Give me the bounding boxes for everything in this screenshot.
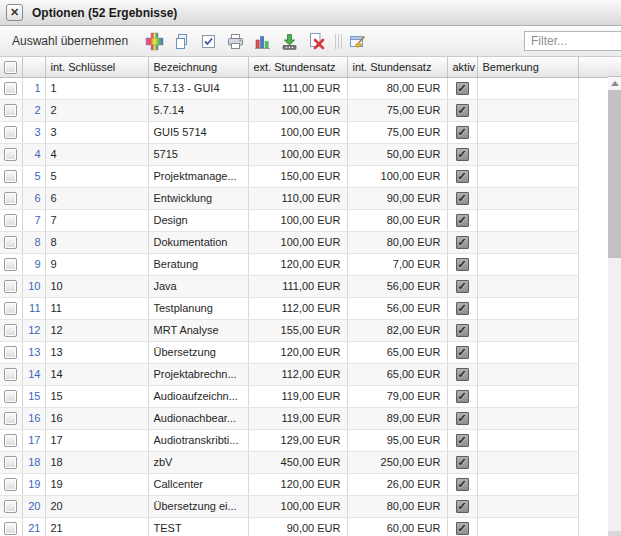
row-select-checkbox[interactable] xyxy=(4,214,17,227)
row-select-checkbox[interactable] xyxy=(4,368,17,381)
aktiv-checkbox[interactable]: ✓ xyxy=(456,148,469,161)
bar-chart-icon[interactable] xyxy=(252,31,272,51)
row-select-checkbox[interactable] xyxy=(4,456,17,469)
table-row[interactable]: 17 17 Audiotranskribti... 129,00 EUR 95,… xyxy=(0,429,608,451)
aktiv-checkbox[interactable]: ✓ xyxy=(456,346,469,359)
aktiv-checkbox[interactable]: ✓ xyxy=(456,478,469,491)
row-select-checkbox[interactable] xyxy=(4,192,17,205)
table-row[interactable]: 9 9 Beratung 120,00 EUR 7,00 EUR ✓ xyxy=(0,253,608,275)
row-select-checkbox[interactable] xyxy=(4,302,17,315)
column-header-int-stundensatz[interactable]: int. Stundensatz xyxy=(347,57,447,77)
row-number[interactable]: 3 xyxy=(22,121,45,143)
aktiv-checkbox[interactable]: ✓ xyxy=(456,126,469,139)
aktiv-checkbox[interactable]: ✓ xyxy=(456,456,469,469)
column-header-bemerkung[interactable]: Bemerkung xyxy=(477,57,578,77)
aktiv-checkbox[interactable]: ✓ xyxy=(456,368,469,381)
row-number[interactable]: 2 xyxy=(22,99,45,121)
aktiv-checkbox[interactable]: ✓ xyxy=(456,500,469,513)
row-select-checkbox[interactable] xyxy=(4,434,17,447)
table-row[interactable]: 3 3 GUI5 5714 100,00 EUR 75,00 EUR ✓ xyxy=(0,121,608,143)
close-button[interactable]: ✕ xyxy=(6,4,23,21)
add-columns-icon[interactable] xyxy=(144,31,164,51)
row-select-checkbox[interactable] xyxy=(4,412,17,425)
row-number[interactable]: 1 xyxy=(22,77,45,99)
scroll-up-button[interactable] xyxy=(608,77,621,90)
table-row[interactable]: 10 10 Java 111,00 EUR 56,00 EUR ✓ xyxy=(0,275,608,297)
aktiv-checkbox[interactable]: ✓ xyxy=(456,236,469,249)
table-row[interactable]: 8 8 Dokumentation 100,00 EUR 80,00 EUR ✓ xyxy=(0,231,608,253)
apply-selection-button[interactable]: Auswahl übernehmen xyxy=(12,34,128,48)
table-row[interactable]: 12 12 MRT Analyse 155,00 EUR 82,00 EUR ✓ xyxy=(0,319,608,341)
row-number[interactable]: 19 xyxy=(22,473,45,495)
aktiv-checkbox[interactable]: ✓ xyxy=(456,82,469,95)
row-select-checkbox[interactable] xyxy=(4,346,17,359)
aktiv-checkbox[interactable]: ✓ xyxy=(456,104,469,117)
row-number[interactable]: 15 xyxy=(22,385,45,407)
select-all-checkbox[interactable] xyxy=(4,61,17,74)
vertical-scrollbar[interactable] xyxy=(608,77,621,536)
row-select-checkbox[interactable] xyxy=(4,390,17,403)
row-number[interactable]: 10 xyxy=(22,275,45,297)
column-header-aktiv[interactable]: aktiv xyxy=(447,57,477,77)
table-row[interactable]: 1 1 5.7.13 - GUI4 111,00 EUR 80,00 EUR ✓ xyxy=(0,77,608,99)
row-select-checkbox[interactable] xyxy=(4,236,17,249)
row-select-checkbox[interactable] xyxy=(4,478,17,491)
column-header-select-all[interactable] xyxy=(0,57,22,77)
table-row[interactable]: 11 11 Testplanung 112,00 EUR 56,00 EUR ✓ xyxy=(0,297,608,319)
filter-input[interactable] xyxy=(524,31,621,51)
table-row[interactable]: 16 16 Audionachbear... 119,00 EUR 89,00 … xyxy=(0,407,608,429)
row-number[interactable]: 5 xyxy=(22,165,45,187)
row-select-checkbox[interactable] xyxy=(4,148,17,161)
select-checkbox-icon[interactable] xyxy=(198,31,218,51)
column-header-int-schluessel[interactable]: int. Schlüssel xyxy=(45,57,148,77)
row-select-checkbox[interactable] xyxy=(4,82,17,95)
row-select-checkbox[interactable] xyxy=(4,500,17,513)
row-select-checkbox[interactable] xyxy=(4,522,17,535)
row-number[interactable]: 17 xyxy=(22,429,45,451)
copy-icon[interactable] xyxy=(171,31,191,51)
row-number[interactable]: 20 xyxy=(22,495,45,517)
row-number[interactable]: 4 xyxy=(22,143,45,165)
row-number[interactable]: 6 xyxy=(22,187,45,209)
table-row[interactable]: 14 14 Projektabrechn... 112,00 EUR 65,00… xyxy=(0,363,608,385)
table-row[interactable]: 20 20 Übersetzung ei... 100,00 EUR 80,00… xyxy=(0,495,608,517)
row-number[interactable]: 16 xyxy=(22,407,45,429)
row-select-checkbox[interactable] xyxy=(4,126,17,139)
row-select-checkbox[interactable] xyxy=(4,324,17,337)
table-row[interactable]: 13 13 Übersetzung 120,00 EUR 65,00 EUR ✓ xyxy=(0,341,608,363)
row-number[interactable]: 12 xyxy=(22,319,45,341)
row-select-checkbox[interactable] xyxy=(4,258,17,271)
aktiv-checkbox[interactable]: ✓ xyxy=(456,258,469,271)
table-row[interactable]: 7 7 Design 100,00 EUR 80,00 EUR ✓ xyxy=(0,209,608,231)
aktiv-checkbox[interactable]: ✓ xyxy=(456,412,469,425)
aktiv-checkbox[interactable]: ✓ xyxy=(456,192,469,205)
aktiv-checkbox[interactable]: ✓ xyxy=(456,324,469,337)
aktiv-checkbox[interactable]: ✓ xyxy=(456,214,469,227)
column-header-ext-stundensatz[interactable]: ext. Stundensatz xyxy=(248,57,347,77)
row-select-checkbox[interactable] xyxy=(4,104,17,117)
table-row[interactable]: 15 15 Audioaufzeichn... 119,00 EUR 79,00… xyxy=(0,385,608,407)
table-row[interactable]: 6 6 Entwicklung 110,00 EUR 90,00 EUR ✓ xyxy=(0,187,608,209)
table-row[interactable]: 4 4 5715 100,00 EUR 50,00 EUR ✓ xyxy=(0,143,608,165)
export-download-icon[interactable] xyxy=(279,31,299,51)
row-number[interactable]: 11 xyxy=(22,297,45,319)
clean-filter-icon[interactable] xyxy=(347,31,367,51)
aktiv-checkbox[interactable]: ✓ xyxy=(456,522,469,535)
delete-result-icon[interactable] xyxy=(306,31,326,51)
row-number[interactable]: 9 xyxy=(22,253,45,275)
row-select-checkbox[interactable] xyxy=(4,170,17,183)
row-number[interactable]: 13 xyxy=(22,341,45,363)
aktiv-checkbox[interactable]: ✓ xyxy=(456,434,469,447)
table-row[interactable]: 19 19 Callcenter 120,00 EUR 26,00 EUR ✓ xyxy=(0,473,608,495)
row-number[interactable]: 14 xyxy=(22,363,45,385)
aktiv-checkbox[interactable]: ✓ xyxy=(456,280,469,293)
aktiv-checkbox[interactable]: ✓ xyxy=(456,170,469,183)
table-row[interactable]: 5 5 Projektmanage... 150,00 EUR 100,00 E… xyxy=(0,165,608,187)
table-row[interactable]: 21 21 TEST 90,00 EUR 60,00 EUR ✓ xyxy=(0,517,608,536)
column-header-bezeichnung[interactable]: Bezeichnung xyxy=(148,57,248,77)
row-number[interactable]: 7 xyxy=(22,209,45,231)
aktiv-checkbox[interactable]: ✓ xyxy=(456,390,469,403)
row-number[interactable]: 21 xyxy=(22,517,45,536)
table-row[interactable]: 2 2 5.7.14 100,00 EUR 75,00 EUR ✓ xyxy=(0,99,608,121)
print-icon[interactable] xyxy=(225,31,245,51)
